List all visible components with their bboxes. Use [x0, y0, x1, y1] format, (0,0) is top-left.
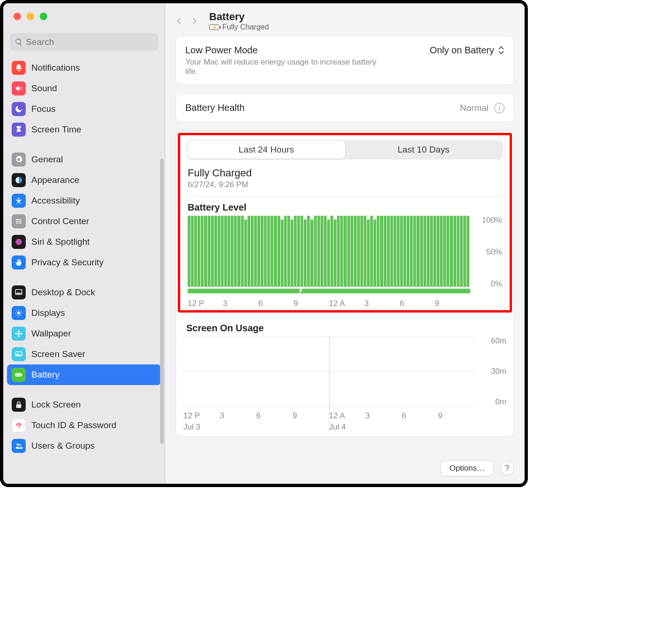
sidebar-item-wallpaper[interactable]: Wallpaper: [7, 323, 161, 344]
sidebar-item-touch-id-password[interactable]: Touch ID & Password: [7, 415, 161, 436]
close-window-button[interactable]: [14, 13, 21, 20]
back-button[interactable]: [173, 15, 186, 28]
time-range-tabs: Last 24 Hours Last 10 Days: [187, 140, 503, 160]
forward-button[interactable]: [188, 15, 201, 28]
battery-level-bar: [424, 216, 426, 287]
sidebar-item-notifications[interactable]: Notifications: [7, 58, 161, 78]
battery-level-bar: [377, 216, 380, 287]
battery-level-bar: [204, 216, 207, 287]
svg-line-14: [16, 315, 17, 316]
sidebar-item-label: Displays: [31, 308, 65, 318]
battery-level-bar: [304, 219, 307, 287]
svg-rect-25: [16, 374, 21, 376]
sidebar-item-battery[interactable]: Battery: [7, 364, 161, 385]
sidebar-item-siri-spotlight[interactable]: Siri & Spotlight: [7, 232, 161, 252]
battery-icon: [12, 368, 26, 382]
bell-icon: [12, 61, 26, 75]
minimize-window-button[interactable]: [27, 13, 34, 20]
sidebar-item-displays[interactable]: Displays: [7, 303, 161, 323]
battery-level-bar: [446, 216, 449, 287]
hand-icon: [12, 255, 26, 269]
battery-level-bar: [437, 216, 439, 287]
x-tick: 6: [258, 299, 294, 308]
battery-level-chart: 100% 50% 0%: [185, 216, 505, 287]
sliders-icon: [12, 214, 26, 228]
svg-point-20: [20, 333, 22, 335]
speaker-icon: [12, 81, 26, 95]
sidebar-item-label: Touch ID & Password: [31, 420, 117, 430]
battery-level-bar: [237, 216, 240, 287]
svg-point-27: [17, 444, 19, 446]
sidebar-item-desktop-dock[interactable]: Desktop & Dock: [7, 282, 161, 303]
battery-level-x-axis: 12 P36912 A369: [188, 299, 470, 308]
moon-icon: [12, 102, 26, 116]
date-label: [220, 422, 256, 432]
sidebar-item-label: Battery: [31, 370, 59, 380]
sidebar-item-label: Siri & Spotlight: [31, 237, 90, 247]
fully-charged-timestamp: 6/27/24, 9:26 PM: [185, 179, 505, 196]
siri-icon: [12, 235, 26, 249]
battery-level-bar: [191, 216, 194, 287]
svg-line-12: [16, 311, 17, 312]
battery-level-bar: [300, 216, 303, 287]
help-button[interactable]: ?: [500, 461, 514, 475]
battery-health-label: Battery Health: [185, 102, 245, 113]
svg-rect-24: [22, 374, 22, 376]
battery-level-bar: [433, 216, 436, 287]
svg-point-18: [18, 335, 20, 337]
sidebar-item-lock-screen[interactable]: Lock Screen: [7, 394, 161, 415]
date-label: [365, 422, 402, 432]
gear-icon: [12, 153, 26, 167]
lock-icon: [12, 398, 26, 412]
fullscreen-window-button[interactable]: [40, 13, 47, 20]
svg-point-19: [15, 333, 18, 335]
battery-level-bar: [224, 216, 227, 287]
battery-level-bar: [357, 216, 360, 287]
x-tick: 9: [435, 299, 471, 308]
battery-level-bar: [337, 216, 340, 287]
sidebar-item-accessibility[interactable]: Accessibility: [7, 190, 161, 211]
sidebar-item-general[interactable]: General: [7, 149, 161, 170]
battery-status-text: Fully Charged: [222, 23, 269, 31]
sidebar-item-focus[interactable]: Focus: [7, 99, 161, 119]
sidebar-item-screen-time[interactable]: Screen Time: [7, 119, 161, 140]
sidebar-scrollbar[interactable]: [160, 159, 164, 444]
highlighted-region: Last 24 Hours Last 10 Days Fully Charged…: [178, 133, 512, 313]
sidebar-item-privacy-security[interactable]: Privacy & Security: [7, 252, 161, 273]
chevron-up-down-icon: [498, 46, 504, 54]
battery-level-bar: [403, 216, 406, 287]
sidebar-item-screen-saver[interactable]: Screen Saver: [7, 344, 161, 364]
options-button[interactable]: Options…: [440, 460, 494, 476]
screen-on-title: Screen On Usage: [183, 323, 506, 336]
battery-level-bar: [410, 216, 413, 287]
x-tick: 6: [256, 411, 293, 421]
sidebar-item-control-center[interactable]: Control Center: [7, 211, 161, 232]
sidebar-item-appearance[interactable]: Appearance: [7, 170, 161, 190]
tab-last-24-hours[interactable]: Last 24 Hours: [188, 141, 345, 159]
sidebar-item-users-groups[interactable]: Users & Groups: [7, 436, 161, 456]
tab-last-10-days[interactable]: Last 10 Days: [345, 141, 502, 159]
battery-level-bar: [270, 216, 273, 287]
users-icon: [12, 439, 26, 453]
battery-level-bar: [257, 216, 260, 287]
sidebar-item-sound[interactable]: Sound: [7, 78, 161, 99]
battery-level-bar: [384, 216, 387, 287]
battery-level-bar: [380, 216, 383, 287]
date-label: Jul 4: [329, 422, 365, 432]
battery-level-bar: [407, 216, 409, 287]
battery-level-bar: [278, 216, 280, 287]
battery-level-bar: [281, 219, 284, 287]
battery-level-bar: [394, 216, 396, 287]
header: Battery ⚡ Fully Charged: [165, 3, 525, 36]
info-icon[interactable]: i: [494, 103, 504, 113]
battery-level-bar: [211, 216, 214, 287]
battery-level-bar: [390, 216, 393, 287]
battery-level-bar: [397, 216, 400, 287]
x-tick: 12 A: [329, 299, 365, 308]
search-input[interactable]: [26, 37, 153, 47]
battery-level-bar: [330, 216, 333, 287]
battery-health-row[interactable]: Battery Health Normal i: [175, 94, 514, 122]
low-power-mode-select[interactable]: Only on Battery: [430, 45, 504, 56]
search-field[interactable]: [10, 33, 158, 51]
svg-point-16: [18, 333, 20, 335]
